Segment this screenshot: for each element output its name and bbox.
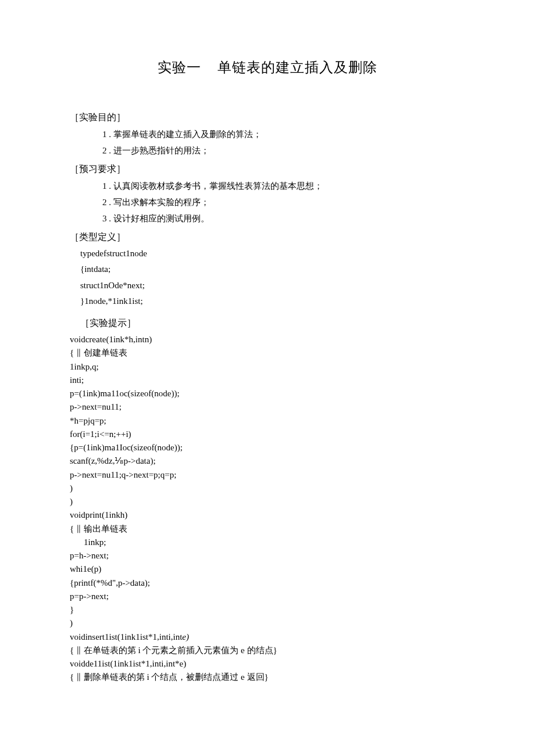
code-line: { ∥ 创建单链表 bbox=[70, 346, 465, 360]
code-line: p=(1ink)ma11oc(sizeof(node)); bbox=[70, 387, 465, 400]
code-line-delete: voidde11ist(1ink1ist*1,inti,int*e) bbox=[70, 657, 465, 671]
code-line: ) bbox=[70, 482, 465, 495]
code-line-delete-comment: { ∥ 删除单链表的第 i 个结点，被删结点通过 e 返回} bbox=[70, 671, 465, 684]
code-line: {printf(*%d",p->data); bbox=[70, 576, 465, 590]
code-line-insert-comment: { ∥ 在单链表的第 i 个元素之前插入元素值为 e 的结点} bbox=[70, 644, 465, 657]
prep-item-3: 3 . 设计好相应的测试用例。 bbox=[102, 212, 465, 225]
section-purpose-header: ［实验目的］ bbox=[70, 112, 465, 124]
code-line: p->next=nu11; bbox=[70, 400, 465, 414]
insert-italic: e) bbox=[182, 632, 189, 642]
purpose-item-1: 1 . 掌握单链表的建立插入及删除的算法； bbox=[102, 127, 465, 141]
section-typedef-header: ［类型定义］ bbox=[70, 231, 465, 243]
code-line: p=p->next; bbox=[70, 590, 465, 603]
code-line: whi1e(p) bbox=[70, 562, 465, 576]
typedef-line-3: struct1nOde*next; bbox=[80, 279, 465, 292]
code-line-insert: voidinsert1ist(1ink1ist*1,inti,inte) bbox=[70, 630, 465, 644]
code-line: voidprint(1inkh) bbox=[70, 508, 465, 522]
purpose-item-2: 2 . 进一步熟悉指针的用法； bbox=[102, 144, 465, 157]
code-line: p=h->next; bbox=[70, 549, 465, 562]
title-label-1: 实验一 bbox=[158, 60, 201, 75]
code-line: for(i=1;i<=n;++i) bbox=[70, 428, 465, 441]
code-line: {p=(1ink)ma1Ioc(sizeof(node)); bbox=[70, 441, 465, 454]
code-line: *h=pjq=p; bbox=[70, 414, 465, 428]
section-hint-header: ［实验提示］ bbox=[80, 317, 465, 329]
code-line: voidcreate(1ink*h,intn) bbox=[70, 333, 465, 346]
code-line: } bbox=[70, 603, 465, 617]
prep-item-1: 1 . 认真阅读教材或参考书，掌握线性表算法的基本思想； bbox=[102, 179, 465, 193]
document-title: 实验一单链表的建立插入及删除 bbox=[70, 58, 465, 77]
title-label-2: 单链表的建立插入及删除 bbox=[217, 60, 377, 75]
code-line: ) bbox=[70, 495, 465, 508]
document-page: 实验一单链表的建立插入及删除 ［实验目的］ 1 . 掌握单链表的建立插入及删除的… bbox=[0, 0, 535, 719]
code-line: 1inkp,q; bbox=[70, 360, 465, 374]
code-line: { ∥ 输出单链表 bbox=[70, 522, 465, 536]
section-prep-header: ［预习要求］ bbox=[70, 163, 465, 175]
code-line: scanf(z,%dz,⅟₈p->data); bbox=[70, 454, 465, 468]
prep-item-2: 2 . 写出求解本实脸的程序； bbox=[102, 195, 465, 209]
insert-pre: voidinsert1ist(1ink1ist*1,inti,int bbox=[70, 632, 182, 642]
code-line-indented: 1inkp; bbox=[84, 536, 465, 549]
typedef-line-2: {intdata; bbox=[80, 263, 465, 276]
typedef-line-4: }1node,*1ink1ist; bbox=[80, 295, 465, 308]
code-line: inti; bbox=[70, 374, 465, 387]
code-line: ) bbox=[70, 617, 465, 630]
code-line: p->next=nu11;q->next=p;q=p; bbox=[70, 468, 465, 482]
typedef-line-1: typedefstruct1node bbox=[80, 247, 465, 260]
